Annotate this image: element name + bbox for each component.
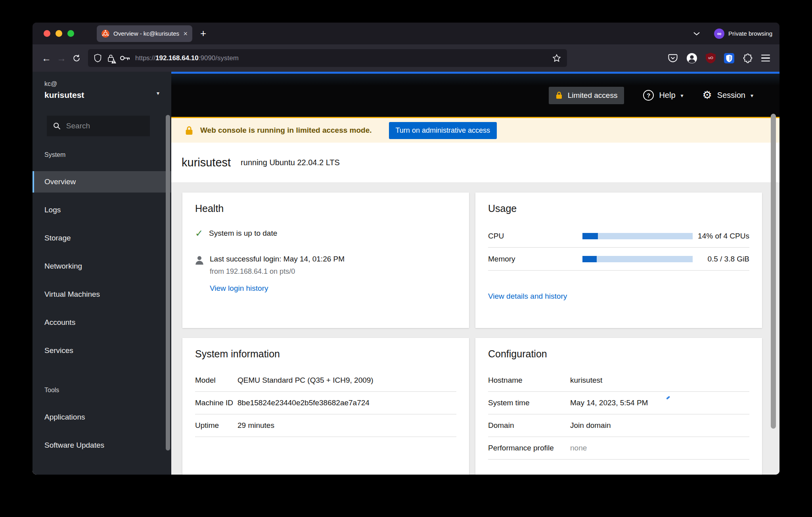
session-caret-icon: ▾ xyxy=(751,92,753,99)
page-hostname: kurisutest xyxy=(182,156,231,169)
cpu-usage-row: CPU 14% of 4 CPUs xyxy=(488,225,749,248)
page-header: kurisutest running Ubuntu 22.04.2 LTS xyxy=(171,143,779,182)
host-switcher[interactable]: kc@ kurisutest ▾ xyxy=(33,80,171,100)
sidebar-item-networking[interactable]: Networking xyxy=(33,256,171,277)
turn-on-admin-access-button[interactable]: Turn on administrative access xyxy=(389,122,497,139)
help-menu[interactable]: ? Help ▾ xyxy=(643,90,683,101)
ublock-origin-icon[interactable]: uO xyxy=(706,53,716,63)
uptime-label: Uptime xyxy=(195,421,237,430)
usage-rows: CPU 14% of 4 CPUs Memory 0.5 / 3.8 GiB xyxy=(488,225,749,271)
session-menu[interactable]: ⚙ Session ▾ xyxy=(703,90,753,101)
connection-lock-icon[interactable] xyxy=(107,53,115,63)
account-icon[interactable] xyxy=(686,53,697,64)
user-icon xyxy=(195,256,204,265)
help-icon: ? xyxy=(643,90,654,101)
view-login-history-link[interactable]: View login history xyxy=(210,284,268,293)
sidebar-item-virtual-machines[interactable]: Virtual Machines xyxy=(33,284,171,305)
reload-button[interactable] xyxy=(69,51,84,65)
sidebar-search[interactable] xyxy=(47,116,150,136)
join-domain-link[interactable]: Join domain xyxy=(570,421,611,430)
help-label: Help xyxy=(659,91,675,100)
private-mask-icon: ∞ xyxy=(714,29,724,39)
model-value: QEMU Standard PC (Q35 + ICH9, 2009) xyxy=(237,376,373,385)
page-os-release: running Ubuntu 22.04.2 LTS xyxy=(241,158,340,167)
url-host: 192.168.64.10 xyxy=(155,54,199,62)
check-icon: ✓ xyxy=(195,228,203,239)
browser-nav-bar: ← → https://192.168.64.10:9090/system uO xyxy=(33,44,779,72)
cpu-value: 14% of 4 CPUs xyxy=(693,232,749,240)
memory-value: 0.5 / 3.8 GiB xyxy=(693,255,749,263)
performance-profile-label: Performance profile xyxy=(488,444,570,452)
up-to-date-text: System is up to date xyxy=(209,229,277,238)
up-to-date-row: ✓ System is up to date xyxy=(195,228,456,239)
limited-access-button[interactable]: Limited access xyxy=(549,87,624,104)
back-button[interactable]: ← xyxy=(39,51,54,65)
hostname-label: Hostname xyxy=(488,376,570,385)
sidebar-item-overview[interactable]: Overview xyxy=(33,171,171,193)
sidebar-item-software-updates[interactable]: Software Updates xyxy=(33,435,171,456)
overview-cards: Health ✓ System is up to date Last succe… xyxy=(171,182,779,475)
sidebar-item-services[interactable]: Services xyxy=(33,340,171,361)
new-tab-button[interactable]: + xyxy=(200,27,206,40)
system-information-rows: Model QEMU Standard PC (Q35 + ICH9, 2009… xyxy=(195,369,456,437)
limited-access-banner: Web console is running in limited access… xyxy=(171,117,779,143)
last-login-text: Last successful login: May 14, 01:26 PM xyxy=(210,255,345,263)
browser-tab-bar: Overview - kc@kurisutest × + ∞ Private b… xyxy=(33,23,779,44)
host-caret-icon: ▾ xyxy=(157,90,159,96)
configuration-rows: Hostname kurisutest System time May 14, … xyxy=(488,369,749,460)
zoom-window-button[interactable] xyxy=(67,30,74,37)
view-details-history-link[interactable]: View details and history xyxy=(488,292,567,301)
browser-window: Overview - kc@kurisutest × + ∞ Private b… xyxy=(33,23,779,475)
system-time-value[interactable]: May 14, 2023, 5:54 PM xyxy=(570,399,648,407)
sidebar-scrollbar[interactable] xyxy=(166,115,170,450)
sidebar-item-logs[interactable]: Logs xyxy=(33,199,171,221)
performance-profile-row: Performance profile none xyxy=(488,437,749,460)
search-icon xyxy=(53,122,61,130)
search-input[interactable] xyxy=(66,122,144,130)
warning-lock-icon xyxy=(185,126,193,135)
pocket-icon[interactable] xyxy=(668,53,678,63)
lock-icon xyxy=(555,91,563,99)
sidebar-item-accounts[interactable]: Accounts xyxy=(33,312,171,333)
health-card: Health ✓ System is up to date Last succe… xyxy=(182,193,469,328)
cpu-label: CPU xyxy=(488,232,582,240)
extensions-puzzle-icon[interactable] xyxy=(743,53,753,63)
system-time-row: System time May 14, 2023, 5:54 PM xyxy=(488,392,749,414)
tracking-shield-icon[interactable] xyxy=(94,53,102,63)
system-information-title: System information xyxy=(195,348,456,360)
sidebar-item-storage[interactable]: Storage xyxy=(33,227,171,249)
cpu-progress-bar xyxy=(582,233,693,239)
session-label: Session xyxy=(717,91,745,100)
host-user: kc@ xyxy=(44,80,159,88)
hostname-value[interactable]: kurisutest xyxy=(570,376,602,385)
page-scrollbar[interactable] xyxy=(771,114,776,429)
url-text[interactable]: https://192.168.64.10:9090/system xyxy=(135,54,239,62)
cockpit-page: kc@ kurisutest ▾ System Overview Logs St… xyxy=(33,72,779,475)
bitwarden-icon[interactable] xyxy=(724,53,734,63)
permissions-key-icon[interactable] xyxy=(120,55,130,61)
private-browsing-badge: ∞ Private browsing xyxy=(714,29,772,39)
memory-usage-row: Memory 0.5 / 3.8 GiB xyxy=(488,248,749,271)
url-bar[interactable]: https://192.168.64.10:9090/system xyxy=(88,49,567,67)
model-label: Model xyxy=(195,376,237,385)
minimize-window-button[interactable] xyxy=(56,30,62,37)
active-tab[interactable]: Overview - kc@kurisutest × xyxy=(97,25,192,42)
sidebar: kc@ kurisutest ▾ System Overview Logs St… xyxy=(33,72,171,475)
machine-id-row: Machine ID 8be15824e23440e2b5fe38682ae7a… xyxy=(195,392,456,414)
machine-id-value: 8be15824e23440e2b5fe38682ae7a724 xyxy=(237,399,370,407)
bookmark-star-icon[interactable] xyxy=(552,53,561,63)
sidebar-item-applications[interactable]: Applications xyxy=(33,406,171,428)
list-tabs-chevron-icon[interactable] xyxy=(693,31,701,36)
tab-close-icon[interactable]: × xyxy=(183,30,188,37)
usage-card: Usage CPU 14% of 4 CPUs Memory 0.5 / 3.8… xyxy=(475,193,762,328)
cursor-artifact xyxy=(666,396,670,399)
system-time-label: System time xyxy=(488,399,570,407)
desktop-background: Overview - kc@kurisutest × + ∞ Private b… xyxy=(0,0,812,517)
last-login-row: Last successful login: May 14, 01:26 PM … xyxy=(195,255,456,293)
gear-icon: ⚙ xyxy=(703,90,712,101)
hostname-row: Hostname kurisutest xyxy=(488,369,749,392)
menu-hamburger-icon[interactable] xyxy=(761,55,770,62)
domain-label: Domain xyxy=(488,421,570,430)
close-window-button[interactable] xyxy=(44,30,50,37)
masthead: Limited access ? Help ▾ ⚙ Session ▾ xyxy=(171,74,779,117)
